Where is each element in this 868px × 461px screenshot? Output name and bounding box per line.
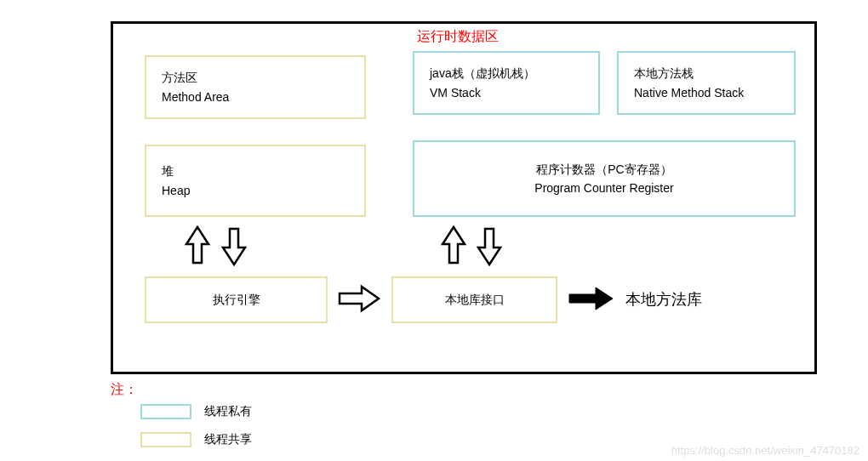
exec-engine-label: 执行引擎 [213,290,260,309]
legend-private-label: 线程私有 [204,404,252,419]
legend-shared-label: 线程共享 [204,432,252,447]
legend-swatch-shared [140,432,191,447]
native-lib-interface-label: 本地库接口 [445,290,505,309]
native-method-lib-label: 本地方法库 [625,289,702,310]
note-label: 注： [111,381,138,399]
diagram-title: 运行时数据区 [417,28,499,46]
box-heap: 堆 Heap [145,145,366,217]
arrow-down-icon [475,225,504,266]
box-vm-stack: java栈（虚拟机栈） VM Stack [413,51,600,115]
legend-swatch-private [140,404,191,419]
arrow-down-icon [220,225,248,266]
vm-stack-label-en: VM Stack [430,83,583,102]
pc-register-label-en: Program Counter Register [534,179,673,197]
box-native-lib-interface: 本地库接口 [391,276,557,323]
arrow-right-solid-icon [566,283,617,314]
box-method-area: 方法区 Method Area [145,55,366,119]
method-area-label-cn: 方法区 [162,68,349,87]
watermark: https://blog.csdn.net/weixin_47470182 [671,444,859,457]
box-pc-register: 程序计数器（PC寄存器） Program Counter Register [413,140,796,217]
arrow-right-icon [336,283,383,314]
heap-label-en: Heap [162,181,349,200]
vm-stack-label-cn: java栈（虚拟机栈） [430,64,583,83]
box-exec-engine: 执行引擎 [145,276,328,323]
native-stack-label-cn: 本地方法栈 [634,64,779,83]
pc-register-label-cn: 程序计数器（PC寄存器） [536,160,671,179]
arrow-up-icon [183,225,212,266]
method-area-label-en: Method Area [162,88,349,106]
native-stack-label-en: Native Method Stack [634,83,779,102]
heap-label-cn: 堆 [162,162,349,180]
arrow-up-icon [439,225,468,266]
box-native-method-stack: 本地方法栈 Native Method Stack [617,51,796,115]
